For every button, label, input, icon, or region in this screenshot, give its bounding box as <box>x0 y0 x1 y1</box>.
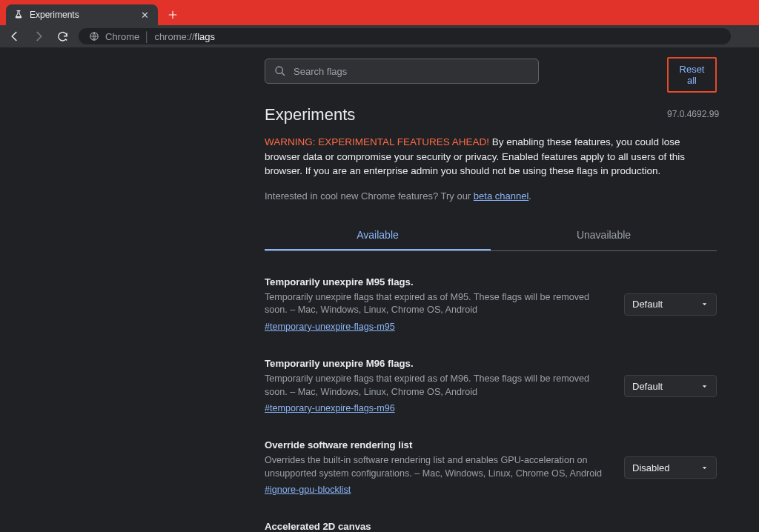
flag-title: Temporarily unexpire M96 flags. <box>265 358 611 369</box>
chevron-down-icon <box>700 382 709 390</box>
flag-title: Temporarily unexpire M95 flags. <box>265 276 611 287</box>
search-flags-box[interactable] <box>265 59 539 84</box>
flag-select[interactable]: Default <box>624 293 717 316</box>
tab-title: Experiments <box>30 10 139 20</box>
close-icon[interactable]: ✕ <box>139 10 150 21</box>
flag-desc: Overrides the built-in software renderin… <box>265 454 611 480</box>
flag-select[interactable]: Default <box>624 375 717 397</box>
flag-desc: Temporarily unexpire flags that expired … <box>265 373 611 399</box>
flag-select[interactable]: Disabled <box>624 456 717 479</box>
flag-select-value: Default <box>632 381 663 392</box>
chevron-down-icon <box>700 464 709 472</box>
flag-title: Accelerated 2D canvas <box>265 521 611 532</box>
svg-point-1 <box>276 67 282 73</box>
tab-available[interactable]: Available <box>265 221 491 250</box>
flag-anchor-link[interactable]: #temporary-unexpire-flags-m95 <box>265 322 395 332</box>
search-flags-input[interactable] <box>294 66 529 77</box>
forward-icon[interactable] <box>31 29 46 44</box>
flag-row: Temporarily unexpire M96 flags. Temporar… <box>265 358 717 414</box>
beta-interest-line: Interested in cool new Chrome features? … <box>265 190 717 202</box>
flag-desc: Temporarily unexpire flags that expired … <box>265 291 611 317</box>
new-tab-button[interactable] <box>162 4 183 25</box>
version-label: 97.0.4692.99 <box>667 109 719 119</box>
site-info-icon[interactable] <box>89 31 99 41</box>
page-title: Experiments <box>265 105 717 124</box>
reset-all-button[interactable]: Reset all <box>667 57 717 93</box>
reload-icon[interactable] <box>55 29 70 44</box>
warning-text: WARNING: EXPERIMENTAL FEATURES AHEAD! By… <box>265 135 717 179</box>
browser-tab[interactable]: Experiments ✕ <box>6 4 158 25</box>
flask-icon <box>13 10 24 20</box>
flag-select-value: Disabled <box>632 462 670 473</box>
flag-anchor-link[interactable]: #temporary-unexpire-flags-m96 <box>265 403 395 413</box>
addr-host: chrome:// <box>154 31 194 42</box>
flag-anchor-link[interactable]: #ignore-gpu-blocklist <box>265 485 351 495</box>
flag-row: Temporarily unexpire M95 flags. Temporar… <box>265 276 717 333</box>
flag-select-value: Default <box>632 299 663 310</box>
addr-path: flags <box>195 31 215 42</box>
addr-scheme: Chrome <box>105 31 139 42</box>
back-icon[interactable] <box>7 29 22 44</box>
chevron-down-icon <box>700 300 709 308</box>
warning-lead: WARNING: EXPERIMENTAL FEATURES AHEAD! <box>265 136 489 147</box>
flag-row: Override software rendering list Overrid… <box>265 439 717 496</box>
beta-channel-link[interactable]: beta channel <box>474 190 528 202</box>
search-icon <box>274 65 286 77</box>
tab-unavailable[interactable]: Unavailable <box>491 221 717 250</box>
address-bar[interactable]: Chrome │ chrome://flags <box>79 28 731 44</box>
flag-title: Override software rendering list <box>265 439 611 450</box>
flag-row: Accelerated 2D canvas Enables the use of… <box>265 521 717 532</box>
